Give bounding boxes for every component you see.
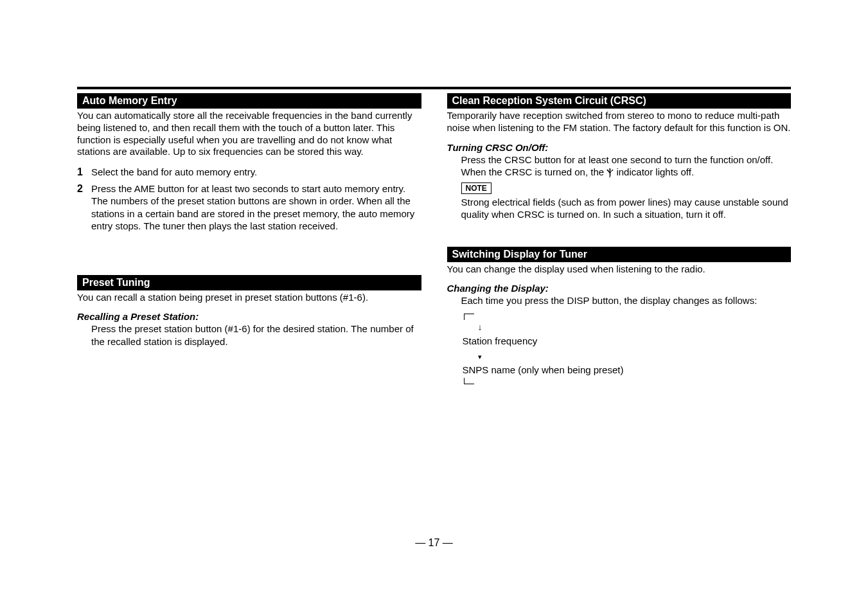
spacer — [447, 221, 792, 247]
step-continuation: The numbers of the preset station button… — [91, 195, 414, 231]
heading-preset: Preset Tuning — [77, 275, 421, 290]
note-text: Strong electrical fields (such as from p… — [447, 196, 792, 221]
body-crsc-2: When the CRSC is turned on, the Ⲯ indica… — [447, 166, 792, 179]
flow-arrow: ▾ — [461, 349, 792, 364]
body-preset: Press the preset station button (#1-6) f… — [77, 323, 421, 348]
section-preset-tuning: Preset Tuning You can recall a station b… — [77, 275, 421, 348]
text-part: When the CRSC is turned on, the — [461, 166, 607, 177]
step-number: 1 — [77, 166, 83, 179]
step-text: Press the AME button for at least two se… — [91, 183, 405, 194]
content-columns: Auto Memory Entry You can automatically … — [77, 93, 791, 384]
body-crsc-1: Press the CRSC button for at least one s… — [447, 154, 792, 166]
text-part: indicator lights off. — [614, 166, 694, 177]
section-auto-memory: Auto Memory Entry You can automatically … — [77, 93, 421, 233]
left-column: Auto Memory Entry You can automatically … — [77, 93, 421, 384]
flow-bracket-top — [464, 314, 474, 320]
manual-page: Auto Memory Entry You can automatically … — [0, 0, 868, 384]
section-crsc: Clean Reception System Circuit (CRSC) Te… — [447, 93, 792, 221]
page-number: — 17 — — [0, 537, 868, 549]
flow-item: Station frequency — [461, 334, 792, 349]
arrow-down-icon: ↓ — [478, 321, 483, 334]
heading-auto-memory: Auto Memory Entry — [77, 93, 421, 109]
body-display: Each time you press the DISP button, the… — [447, 294, 792, 307]
section-switching-display: Switching Display for Tuner You can chan… — [447, 247, 792, 384]
spacer — [77, 236, 421, 275]
arrow-down-icon: ▾ — [478, 351, 482, 362]
subheading-crsc-onoff: Turning CRSC On/Off: — [447, 142, 792, 153]
flow-item: SNPS name (only when being preset) — [461, 363, 792, 378]
subheading-changing: Changing the Display: — [447, 283, 792, 294]
page-rule — [77, 87, 791, 89]
intro-crsc: Temporarily have reception switched from… — [447, 110, 792, 134]
display-flow-diagram: ↓ Station frequency ▾ SNPS name (only wh… — [461, 314, 792, 384]
subheading-recalling: Recalling a Preset Station: — [77, 311, 421, 322]
right-column: Clean Reception System Circuit (CRSC) Te… — [447, 93, 792, 384]
antenna-icon: Ⲯ — [607, 166, 614, 179]
list-item: 1 Select the band for auto memory entry. — [91, 166, 421, 179]
steps-auto-memory: 1 Select the band for auto memory entry.… — [77, 166, 421, 233]
intro-auto-memory: You can automatically store all the rece… — [77, 110, 421, 158]
intro-preset: You can recall a station being preset in… — [77, 292, 421, 304]
flow-bracket-bottom — [464, 378, 474, 384]
heading-display: Switching Display for Tuner — [447, 247, 792, 262]
list-item: 2 Press the AME button for at least two … — [91, 182, 421, 233]
step-text: Select the band for auto memory entry. — [91, 166, 257, 177]
flow-arrow: ↓ — [461, 320, 792, 335]
heading-crsc: Clean Reception System Circuit (CRSC) — [447, 93, 792, 109]
note-label: NOTE — [461, 182, 492, 194]
step-number: 2 — [77, 182, 83, 196]
intro-display: You can change the display used when lis… — [447, 263, 792, 276]
